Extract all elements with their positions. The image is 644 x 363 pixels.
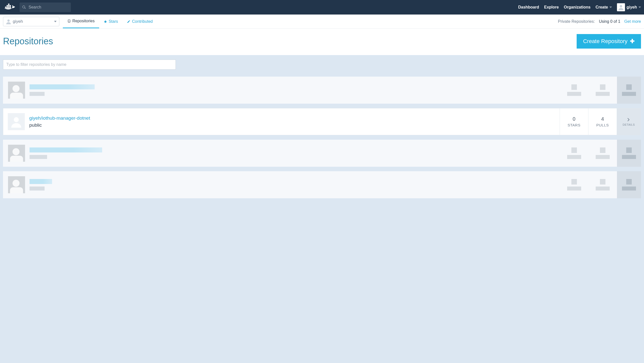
- redacted-text: [30, 155, 47, 159]
- svg-point-10: [14, 117, 19, 122]
- redacted-avatar: [8, 176, 25, 193]
- redacted-text: [30, 147, 102, 152]
- redacted-avatar: [8, 82, 25, 99]
- search-icon: [22, 5, 26, 9]
- tab-contributed[interactable]: Contributed: [122, 15, 157, 28]
- nav-username: giyeh: [626, 5, 637, 10]
- svg-rect-4: [7, 5, 8, 6]
- redacted-text: [30, 187, 45, 191]
- search-wrapper: [20, 3, 71, 12]
- content-area: giyeh/iothub-manager-dotnet public 0 STA…: [0, 55, 644, 201]
- docker-logo-icon[interactable]: [3, 2, 18, 12]
- caret-down-icon: [638, 7, 641, 8]
- nav-organizations[interactable]: Organizations: [564, 5, 591, 10]
- repository-list: giyeh/iothub-manager-dotnet public 0 STA…: [3, 77, 641, 198]
- pulls-cell: 4 PULLS: [588, 108, 617, 135]
- book-icon: [67, 19, 71, 23]
- svg-rect-3: [10, 7, 11, 8]
- repository-row[interactable]: giyeh/iothub-manager-dotnet public 0 STA…: [3, 108, 641, 135]
- stars-count: 0: [573, 116, 575, 122]
- chevron-right-icon: [626, 117, 631, 122]
- details-button[interactable]: DETAILS: [617, 108, 641, 135]
- tab-repositories-label: Repositories: [72, 19, 95, 23]
- caret-down-icon: [54, 21, 57, 22]
- tab-stars-label: Stars: [109, 19, 118, 24]
- pulls-label: PULLS: [596, 123, 609, 127]
- redacted-text: [30, 92, 45, 96]
- namespace-selector[interactable]: giyeh: [3, 17, 59, 26]
- subnav-tabs: Repositories Stars Contributed: [63, 15, 157, 28]
- nav-right: Dashboard Explore Organizations Create g…: [518, 3, 641, 11]
- create-repository-label: Create Repository: [583, 38, 627, 45]
- details-label: DETAILS: [623, 123, 635, 126]
- edit-icon: [127, 20, 130, 23]
- nav-user-dropdown[interactable]: giyeh: [617, 3, 641, 11]
- nav-create-dropdown[interactable]: Create: [595, 5, 612, 10]
- search-input[interactable]: [20, 3, 71, 12]
- repository-name-link[interactable]: giyeh/iothub-manager-dotnet: [29, 115, 90, 121]
- svg-rect-0: [5, 7, 6, 8]
- private-repos-usage: Using 0 of 1: [599, 19, 620, 24]
- nav-create-label: Create: [595, 5, 608, 10]
- top-navbar: Dashboard Explore Organizations Create g…: [0, 0, 644, 15]
- redacted-avatar: [8, 145, 25, 162]
- svg-rect-2: [8, 7, 9, 8]
- redacted-text: [30, 179, 52, 184]
- sub-navbar: giyeh Repositories Stars Contributed Pri…: [0, 15, 644, 29]
- svg-rect-7: [8, 4, 9, 5]
- namespace-selector-label: giyeh: [13, 19, 54, 24]
- create-repository-button[interactable]: Create Repository ✚: [577, 34, 641, 49]
- stars-label: STARS: [568, 123, 580, 127]
- avatar-icon: [6, 19, 11, 24]
- plus-icon: ✚: [630, 38, 634, 45]
- nav-explore[interactable]: Explore: [544, 5, 559, 10]
- page-title: Repositories: [3, 36, 53, 47]
- repository-main: giyeh/iothub-manager-dotnet public: [3, 108, 560, 135]
- star-icon: [104, 20, 107, 23]
- avatar-icon: [617, 3, 625, 11]
- svg-rect-1: [7, 7, 8, 8]
- subnav-right: Private Repositories: Using 0 of 1 Get m…: [558, 19, 641, 24]
- svg-rect-6: [10, 5, 11, 6]
- redacted-text: [30, 84, 95, 89]
- tab-stars[interactable]: Stars: [99, 15, 122, 28]
- stars-cell: 0 STARS: [560, 108, 588, 135]
- caret-down-icon: [609, 7, 612, 8]
- tab-contributed-label: Contributed: [132, 19, 153, 24]
- svg-rect-5: [8, 5, 9, 6]
- pulls-count: 4: [601, 116, 604, 122]
- nav-dashboard[interactable]: Dashboard: [518, 5, 539, 10]
- redacted-repo-row: [3, 140, 641, 167]
- filter-repositories-input[interactable]: [3, 60, 176, 70]
- svg-point-8: [620, 5, 622, 8]
- redacted-repo-row: [3, 77, 641, 104]
- get-more-link[interactable]: Get more: [624, 19, 641, 24]
- private-repos-label: Private Repositories:: [558, 19, 595, 24]
- page-header: Repositories Create Repository ✚: [0, 29, 644, 55]
- tab-repositories[interactable]: Repositories: [63, 15, 99, 28]
- redacted-repo-row: [3, 171, 641, 198]
- avatar-icon: [8, 113, 25, 130]
- repository-visibility: public: [29, 122, 90, 128]
- svg-point-9: [7, 19, 10, 22]
